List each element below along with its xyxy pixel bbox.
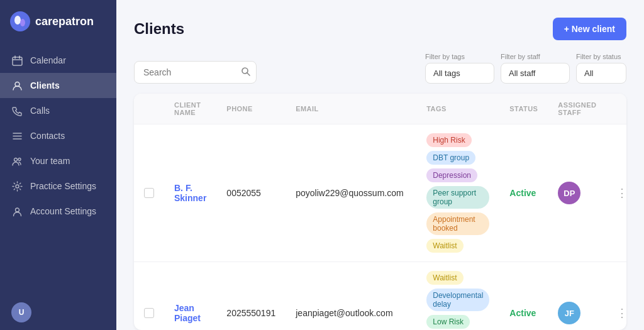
row-status: Active [499, 124, 548, 262]
row-client-name: Jean Piaget [164, 262, 216, 331]
tag[interactable]: High Risk [426, 133, 471, 147]
col-check [134, 94, 164, 124]
tag[interactable]: Appointment booked [426, 212, 489, 235]
row-actions: ⋮ [606, 124, 626, 262]
row-check [134, 262, 164, 331]
search-wrap [134, 61, 257, 84]
row-actions: ⋮ [606, 262, 626, 331]
user-avatar[interactable]: U [11, 302, 31, 322]
page-title: Clients [134, 20, 184, 38]
new-client-button[interactable]: + New client [553, 18, 626, 40]
row-assigned-staff: JF [548, 262, 606, 331]
tag[interactable]: Waitlist [426, 239, 463, 253]
tag[interactable]: Developmental delay [426, 289, 489, 311]
filter-tags-wrap: Filter by tags All tags [425, 53, 494, 84]
contacts-icon [11, 130, 23, 141]
filter-staff-wrap: Filter by staff All staff [501, 53, 570, 84]
sidebar-nav: Calendar Clients Calls Contacts Your tea… [0, 43, 116, 295]
col-tags: TAGS [416, 94, 499, 124]
carepatron-logo-icon [10, 11, 30, 31]
row-tags: Waitlist Developmental delay Low Risk In… [416, 262, 499, 331]
row-email: jeanpiaget@outlook.com [286, 262, 416, 331]
table-header-row: CLIENT NAME PHONE EMAIL TAGS STATUS ASSI… [134, 94, 626, 124]
calls-icon [11, 105, 23, 116]
filter-status-select[interactable]: All [576, 63, 626, 84]
client-name-link[interactable]: B. F. Skinner [174, 183, 206, 203]
row-tags: High Risk DBT group Depression Peer supp… [416, 124, 499, 262]
filter-tags-select[interactable]: All tags [425, 63, 494, 84]
practice-settings-icon [11, 180, 23, 192]
svg-point-11 [14, 158, 17, 161]
row-client-name: B. F. Skinner [164, 124, 216, 262]
clients-table-wrap: CLIENT NAME PHONE EMAIL TAGS STATUS ASSI… [134, 94, 626, 330]
assigned-staff-col: JF [558, 302, 596, 324]
row-assigned-staff: DP [548, 124, 606, 262]
sidebar-label-calls: Calls [30, 106, 50, 116]
sidebar-label-practice-settings: Practice Settings [30, 181, 96, 191]
sidebar-item-account-settings[interactable]: Account Settings [0, 199, 116, 224]
svg-point-2 [20, 19, 25, 26]
col-status: STATUS [499, 94, 548, 124]
your-team-icon [11, 155, 23, 167]
tags-cell: High Risk DBT group Depression Peer supp… [426, 133, 489, 253]
row-status: Active [499, 262, 548, 331]
svg-line-16 [247, 73, 250, 75]
tag[interactable]: Waitlist [426, 271, 463, 285]
page-header: Clients + New client [134, 18, 626, 40]
tags-cell: Waitlist Developmental delay Low Risk In… [426, 271, 489, 330]
col-actions [606, 94, 626, 124]
assigned-staff-col: DP [558, 182, 596, 204]
table-row: Jean Piaget 2025550191 jeanpiaget@outloo… [134, 262, 626, 331]
row-check [134, 124, 164, 262]
filter-staff-label: Filter by staff [501, 53, 570, 60]
sidebar-label-calendar: Calendar [30, 55, 66, 65]
row-actions-button[interactable]: ⋮ [616, 307, 626, 319]
sidebar-item-practice-settings[interactable]: Practice Settings [0, 173, 116, 199]
clients-table: CLIENT NAME PHONE EMAIL TAGS STATUS ASSI… [134, 94, 626, 330]
search-button[interactable] [241, 67, 250, 78]
row-email: poyoliw229@quossum.com [286, 124, 416, 262]
svg-point-13 [16, 185, 19, 188]
filter-group: Filter by tags All tags Filter by staff … [425, 53, 626, 84]
avatar: JF [558, 302, 580, 324]
sidebar-item-your-team[interactable]: Your team [0, 148, 116, 173]
status-badge: Active [509, 188, 536, 198]
main-content: Clients + New client Filter by tags All … [116, 0, 644, 330]
filter-status-label: Filter by status [576, 53, 626, 60]
app-name: carepatron [35, 15, 94, 28]
client-name-link[interactable]: Jean Piaget [174, 303, 201, 323]
avatar: DP [558, 182, 580, 204]
calendar-icon [11, 55, 23, 66]
sidebar-label-account-settings: Account Settings [30, 206, 96, 216]
row-actions-button[interactable]: ⋮ [616, 187, 626, 199]
row-checkbox[interactable] [144, 308, 154, 318]
svg-point-12 [18, 158, 21, 160]
row-checkbox[interactable] [144, 188, 154, 198]
filters-row: Filter by tags All tags Filter by staff … [134, 53, 626, 84]
sidebar-bottom: U [0, 295, 116, 330]
logo: carepatron [0, 0, 116, 43]
sidebar: carepatron Calendar Clients Calls Contac… [0, 0, 116, 330]
tag[interactable]: Depression [426, 168, 477, 182]
sidebar-label-contacts: Contacts [30, 131, 65, 141]
sidebar-item-calls[interactable]: Calls [0, 98, 116, 123]
svg-rect-3 [13, 57, 22, 65]
col-phone: PHONE [216, 94, 286, 124]
sidebar-label-your-team: Your team [30, 156, 70, 166]
search-input[interactable] [134, 61, 257, 84]
account-settings-icon [11, 206, 23, 217]
row-phone: 0052055 [216, 124, 286, 262]
tag[interactable]: Peer support group [426, 186, 489, 209]
tag[interactable]: Low Risk [426, 315, 470, 329]
sidebar-item-calendar[interactable]: Calendar [0, 48, 116, 73]
sidebar-item-contacts[interactable]: Contacts [0, 123, 116, 148]
tag[interactable]: DBT group [426, 151, 475, 165]
svg-point-1 [14, 16, 21, 25]
filter-staff-select[interactable]: All staff [501, 63, 570, 84]
filter-status-wrap: Filter by status All [576, 53, 626, 84]
col-client-name: CLIENT NAME [164, 94, 216, 124]
col-email: EMAIL [286, 94, 416, 124]
sidebar-label-clients: Clients [30, 80, 60, 91]
sidebar-item-clients[interactable]: Clients [0, 73, 116, 98]
col-assigned-staff: ASSIGNED STAFF [548, 94, 606, 124]
